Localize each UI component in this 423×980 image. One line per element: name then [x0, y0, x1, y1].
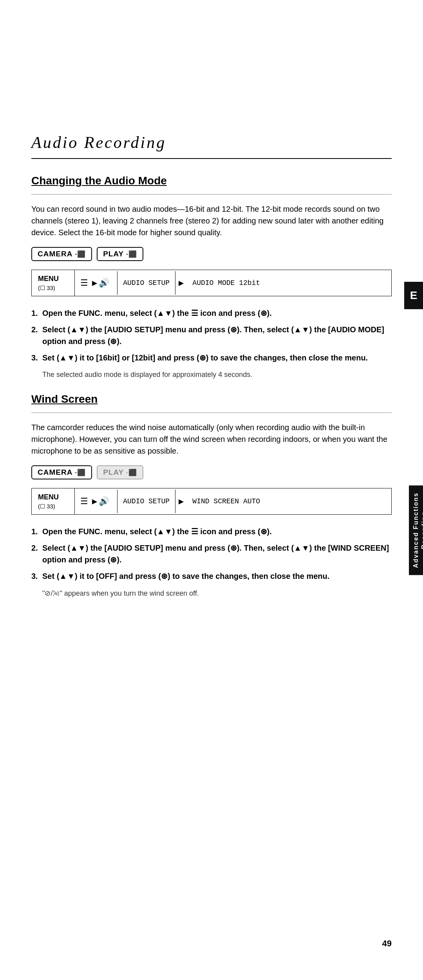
- step1-1-num: 1.: [31, 307, 42, 319]
- arrow-3: ▶: [92, 496, 97, 507]
- step2-2: 2. Select (▲▼) the [AUDIO SETUP] menu an…: [31, 542, 392, 566]
- side-tab: Advanced FunctionsRecording: [409, 485, 423, 575]
- menu-step2b: AUDIO SETUP: [118, 490, 175, 513]
- section1-divider: [31, 194, 392, 195]
- menu-step1b-text: AUDIO SETUP: [123, 279, 170, 287]
- step1-1-content: Open the FUNC. menu, select (▲▼) the ☰ i…: [42, 307, 392, 319]
- play-badge-2-icon: ·⬛: [126, 468, 137, 477]
- play-badge-2-text: PLAY: [103, 468, 124, 477]
- title-divider: [31, 158, 392, 159]
- menu-ref-2: (☐ 33): [38, 502, 68, 510]
- section2-badge-row: CAMERA ·⬛ PLAY ·⬛: [31, 465, 392, 479]
- menu-label-col-2: MENU (☐ 33): [32, 488, 75, 514]
- section2-body: The camcorder reduces the wind noise aut…: [31, 422, 392, 457]
- section1-body: You can record sound in two audio modes—…: [31, 203, 392, 238]
- play-badge-2: PLAY ·⬛: [97, 465, 143, 479]
- section1-badge-row: CAMERA ·⬛ PLAY ·⬛: [31, 247, 392, 261]
- step1-2-content: Select (▲▼) the [AUDIO SETUP] menu and p…: [42, 324, 392, 347]
- camera-badge-1-icon: ·⬛: [75, 250, 86, 258]
- play-badge-1: PLAY ·⬛: [97, 247, 143, 261]
- audio-icon-1: 🔊: [99, 278, 109, 288]
- section1-heading: Changing the Audio Mode: [31, 175, 392, 187]
- step1-2: 2. Select (▲▼) the [AUDIO SETUP] menu an…: [31, 324, 392, 347]
- step2-1-content: Open the FUNC. menu, select (▲▼) the ☰ i…: [42, 526, 392, 537]
- camera-badge-2-icon: ·⬛: [75, 468, 86, 477]
- menu-step2a: ☰ ▶ 🔊: [75, 490, 118, 513]
- arrow-1: ▶: [92, 278, 97, 288]
- step2-3: 3. Set (▲▼) it to [OFF] and press (⊛) to…: [31, 570, 392, 582]
- play-badge-1-text: PLAY: [103, 250, 124, 258]
- step1-3-num: 3.: [31, 352, 42, 364]
- arrow-2: ▶: [177, 278, 185, 288]
- menu-step1b: AUDIO SETUP: [118, 271, 175, 295]
- section-wind-screen: Wind Screen The camcorder reduces the wi…: [31, 393, 392, 598]
- play-badge-1-icon: ·⬛: [126, 250, 137, 258]
- arrow-4: ▶: [177, 496, 185, 507]
- step2-2-content: Select (▲▼) the [AUDIO SETUP] menu and p…: [42, 542, 392, 566]
- menu-step2c: WIND SCREEN AUTO: [187, 490, 391, 513]
- menu-label-col-1: MENU (☐ 33): [32, 270, 75, 296]
- step2-2-num: 2.: [31, 542, 42, 554]
- step2-1: 1. Open the FUNC. menu, select (▲▼) the …: [31, 526, 392, 537]
- menu-list-icon-2: ☰: [80, 496, 88, 507]
- section2-menu-diagram: MENU (☐ 33) ☰ ▶ 🔊 AUDIO SETUP ▶ WIND SCR…: [31, 488, 392, 515]
- side-tab-text: Advanced FunctionsRecording: [412, 492, 423, 568]
- page-title: Audio Recording: [31, 133, 392, 152]
- step1-3-content: Set (▲▼) it to [16bit] or [12bit] and pr…: [42, 352, 392, 364]
- menu-step1c: AUDIO MODE 12bit: [187, 271, 391, 295]
- top-spacer: [31, 23, 392, 133]
- camera-badge-1-text: CAMERA: [38, 250, 72, 258]
- section2-steps: 1. Open the FUNC. menu, select (▲▼) the …: [31, 526, 392, 582]
- step2-1-num: 1.: [31, 526, 42, 537]
- section1-note: The selected audio mode is displayed for…: [31, 371, 392, 379]
- menu-label-1: MENU: [38, 274, 68, 284]
- e-tab: E: [404, 282, 423, 309]
- section1-steps: 1. Open the FUNC. menu, select (▲▼) the …: [31, 307, 392, 364]
- page-container: Audio Recording Changing the Audio Mode …: [0, 0, 423, 980]
- audio-icon-2: 🔊: [99, 496, 109, 507]
- menu-step2c-text: WIND SCREEN AUTO: [192, 497, 260, 505]
- section2-heading: Wind Screen: [31, 393, 392, 405]
- camera-badge-1: CAMERA ·⬛: [31, 247, 92, 261]
- menu-label-2: MENU: [38, 492, 68, 502]
- e-tab-text: E: [410, 289, 418, 302]
- menu-step1c-text: AUDIO MODE 12bit: [192, 279, 260, 287]
- page-number: 49: [382, 939, 392, 949]
- menu-steps-1: ☰ ▶ 🔊 AUDIO SETUP ▶ AUDIO MODE 12bit: [75, 271, 391, 295]
- step2-3-content: Set (▲▼) it to [OFF] and press (⊛) to sa…: [42, 570, 392, 582]
- menu-list-icon-1: ☰: [80, 278, 88, 288]
- step1-1: 1. Open the FUNC. menu, select (▲▼) the …: [31, 307, 392, 319]
- menu-ref-1: (☐ 33): [38, 284, 68, 292]
- step1-3: 3. Set (▲▼) it to [16bit] or [12bit] and…: [31, 352, 392, 364]
- section-audio-mode: Changing the Audio Mode You can record s…: [31, 175, 392, 379]
- step1-2-num: 2.: [31, 324, 42, 335]
- camera-badge-2: CAMERA ·⬛: [31, 465, 92, 479]
- section2-divider: [31, 413, 392, 413]
- menu-step1a: ☰ ▶ 🔊: [75, 271, 118, 295]
- menu-steps-2: ☰ ▶ 🔊 AUDIO SETUP ▶ WIND SCREEN AUTO: [75, 490, 391, 513]
- section2-note: "⊘/🌬" appears when you turn the wind scr…: [31, 589, 392, 598]
- section1-menu-diagram: MENU (☐ 33) ☰ ▶ 🔊 AUDIO SETUP ▶ AUDIO MO…: [31, 270, 392, 296]
- step2-3-num: 3.: [31, 570, 42, 582]
- menu-step2b-text: AUDIO SETUP: [123, 497, 170, 505]
- camera-badge-2-text: CAMERA: [38, 468, 72, 477]
